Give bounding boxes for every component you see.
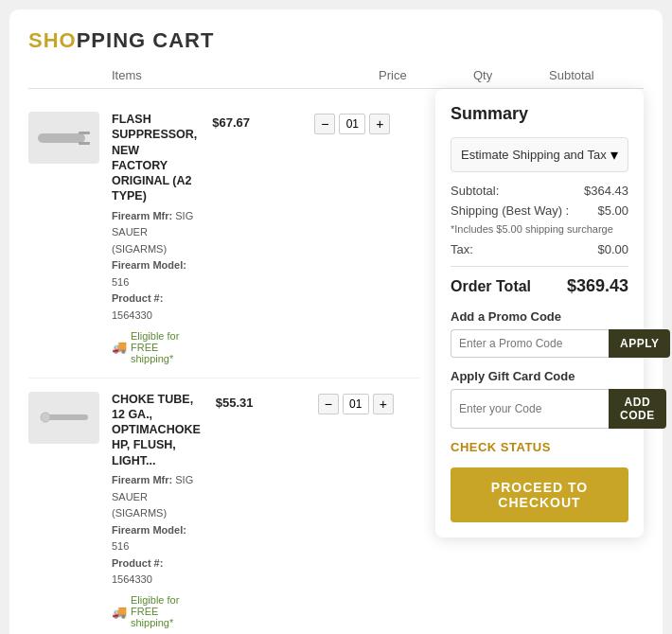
- summary-panel: Summary Estimate Shipping and Tax ▾ Subt…: [435, 89, 644, 537]
- item-details: Flash Suppressor, New Factory Original (…: [112, 112, 204, 364]
- promo-input[interactable]: [451, 329, 609, 358]
- qty-increase-button[interactable]: +: [369, 114, 390, 134]
- item-price: $55.31: [216, 392, 310, 410]
- gift-input[interactable]: [451, 389, 609, 429]
- estimate-shipping-label: Estimate Shipping and Tax: [461, 148, 607, 162]
- promo-input-row: APPLY: [451, 329, 628, 358]
- svg-rect-0: [38, 133, 85, 143]
- check-status-button[interactable]: CHECK STATUS: [451, 440, 551, 454]
- qty-input[interactable]: [343, 394, 369, 414]
- add-code-button[interactable]: ADD CODE: [609, 389, 666, 429]
- subtotal-row: Subtotal: $364.43: [451, 184, 628, 198]
- order-total-label: Order Total: [451, 278, 531, 295]
- shipping-label: Shipping (Best Way) :: [451, 203, 569, 218]
- tax-value: $0.00: [597, 242, 628, 256]
- order-total-row: Order Total $369.43: [451, 266, 628, 296]
- truck-icon: 🚚: [112, 605, 127, 619]
- svg-rect-1: [79, 132, 90, 134]
- item-image: [28, 392, 99, 444]
- summary-title: Summary: [451, 104, 628, 124]
- qty-input[interactable]: [339, 114, 365, 134]
- qty-control: − +: [318, 392, 394, 414]
- tax-label: Tax:: [451, 242, 473, 256]
- truck-icon: 🚚: [112, 340, 127, 354]
- cart-items: Flash Suppressor, New Factory Original (…: [28, 98, 420, 634]
- header-qty: Qty: [473, 68, 549, 82]
- order-total-value: $369.43: [567, 276, 628, 296]
- tax-row: Tax: $0.00: [451, 242, 628, 256]
- svg-point-4: [41, 413, 50, 422]
- cart-main: Flash Suppressor, New Factory Original (…: [28, 98, 644, 634]
- gift-label: Apply Gift Card Code: [451, 369, 628, 383]
- checkout-button[interactable]: PROCEED TO CHECKOUT: [451, 467, 628, 522]
- table-row: Choke Tube, 12 Ga., Optimachoke HP, Flus…: [28, 379, 420, 634]
- free-shipping-badge: 🚚 Eligible for FREE shipping*: [112, 594, 201, 628]
- item-details: Choke Tube, 12 Ga., Optimachoke HP, Flus…: [112, 392, 208, 628]
- header-subtotal: Subtotal: [549, 68, 644, 82]
- item-meta: Firearm Mfr: SIG SAUER (SIGARMS) Firearm…: [112, 472, 201, 589]
- header-items: Items: [28, 68, 379, 82]
- header-price: Price: [379, 68, 473, 82]
- shipping-value: $5.00: [597, 203, 628, 218]
- apply-promo-button[interactable]: APPLY: [609, 329, 670, 358]
- shipping-row: Shipping (Best Way) : $5.00: [451, 203, 628, 218]
- item-image: [28, 112, 99, 164]
- qty-decrease-button[interactable]: −: [318, 394, 339, 414]
- item-meta: Firearm Mfr: SIG SAUER (SIGARMS) Firearm…: [112, 208, 197, 325]
- qty-decrease-button[interactable]: −: [314, 114, 335, 134]
- qty-increase-button[interactable]: +: [373, 394, 394, 414]
- svg-rect-2: [79, 142, 90, 145]
- qty-control: − +: [314, 112, 390, 134]
- page-title: SHOPPING CART: [28, 28, 644, 53]
- promo-label: Add a Promo Code: [451, 309, 628, 324]
- estimate-shipping-toggle[interactable]: Estimate Shipping and Tax ▾: [451, 137, 628, 172]
- subtotal-value: $364.43: [584, 184, 628, 198]
- gift-input-row: ADD CODE: [451, 389, 628, 429]
- free-shipping-badge: 🚚 Eligible for FREE shipping*: [112, 330, 197, 364]
- chevron-down-icon: ▾: [610, 146, 618, 164]
- item-name: Choke Tube, 12 Ga., Optimachoke HP, Flus…: [112, 392, 201, 468]
- shipping-note: *Includes $5.00 shipping surcharge: [451, 223, 628, 235]
- subtotal-label: Subtotal:: [451, 184, 499, 198]
- page-container: SHOPPING CART Items Price Qty Subtotal F…: [9, 9, 663, 634]
- cart-header: Items Price Qty Subtotal: [28, 68, 644, 89]
- table-row: Flash Suppressor, New Factory Original (…: [28, 98, 420, 379]
- item-name: Flash Suppressor, New Factory Original (…: [112, 112, 197, 204]
- item-price: $67.67: [212, 112, 307, 130]
